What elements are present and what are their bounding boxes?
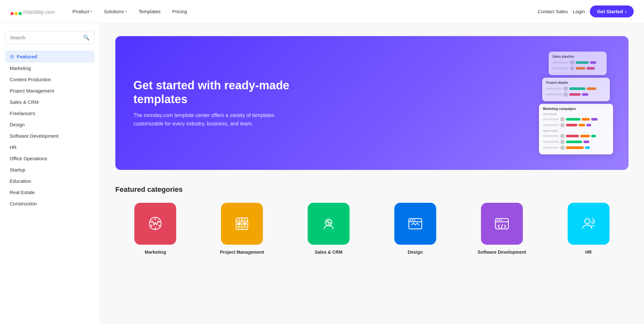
crm-label: Sales & CRM xyxy=(315,249,342,255)
svg-point-29 xyxy=(501,220,502,221)
main-content: Get started with ready-made templates Th… xyxy=(100,23,644,324)
hr-label: HR xyxy=(585,249,591,255)
hero-subtitle: The monday.com template center offers a … xyxy=(133,111,301,128)
project-label: Project Management xyxy=(220,249,264,255)
svg-point-31 xyxy=(592,221,594,224)
svg-rect-14 xyxy=(237,226,241,228)
marketing-icon xyxy=(145,213,166,234)
svg-point-30 xyxy=(585,219,590,224)
category-card-project[interactable]: Project Management xyxy=(202,203,282,255)
hero-text: Get started with ready-made templates Th… xyxy=(133,78,301,128)
search-icon: 🔍 xyxy=(83,34,90,41)
logo[interactable]: monday.com xyxy=(10,7,55,16)
sidebar-item-freelancers[interactable]: Freelancers xyxy=(5,108,94,119)
sidebar-item-construction[interactable]: Construction xyxy=(5,198,94,209)
sidebar-item-real-estate[interactable]: Real Estate xyxy=(5,187,94,198)
page-layout: 🔍 ☆ Featured Marketing Content Productio… xyxy=(0,23,644,324)
sidebar-item-marketing[interactable]: Marketing xyxy=(5,63,94,74)
login-link[interactable]: Login xyxy=(573,9,585,14)
hero-banner: Get started with ready-made templates Th… xyxy=(115,36,629,170)
search-box[interactable]: 🔍 xyxy=(5,31,94,44)
software-icon xyxy=(492,213,512,234)
sidebar-item-project-management[interactable]: Project Management xyxy=(5,85,94,96)
svg-point-17 xyxy=(244,219,245,220)
svg-point-19 xyxy=(328,221,330,223)
svg-point-7 xyxy=(150,225,152,227)
svg-rect-15 xyxy=(243,226,246,228)
project-icon xyxy=(232,213,252,234)
svg-point-1 xyxy=(14,12,18,15)
category-card-marketing[interactable]: Marketing xyxy=(115,203,196,255)
hr-icon-box xyxy=(568,203,610,245)
get-started-button[interactable]: Get Started › xyxy=(590,5,634,17)
svg-point-16 xyxy=(239,219,240,220)
search-input[interactable] xyxy=(10,35,83,40)
categories-grid: Marketing Pro xyxy=(115,203,629,255)
star-icon: ☆ xyxy=(10,54,14,60)
crm-icon-box xyxy=(308,203,350,245)
svg-point-3 xyxy=(154,218,156,220)
project-icon-box xyxy=(221,203,263,245)
svg-point-8 xyxy=(150,221,152,223)
arrow-right-icon: › xyxy=(625,9,627,14)
svg-point-2 xyxy=(19,12,22,15)
mock-card-1: Sales pipeline xyxy=(549,52,607,75)
chevron-down-icon: ▾ xyxy=(125,9,127,14)
sidebar: 🔍 ☆ Featured Marketing Content Productio… xyxy=(0,23,100,324)
svg-point-28 xyxy=(499,220,500,221)
svg-point-5 xyxy=(158,225,160,227)
sidebar-item-hr[interactable]: HR xyxy=(5,142,94,153)
svg-point-23 xyxy=(412,220,413,221)
sidebar-item-sales-crm[interactable]: Sales & CRM xyxy=(5,96,94,108)
featured-categories-title: Featured categories xyxy=(115,185,629,194)
software-label: Software Development xyxy=(477,249,526,255)
marketing-icon-box xyxy=(134,203,176,245)
sidebar-item-education[interactable]: Education xyxy=(5,175,94,187)
mock-card-3: Marketing campaigns This month Next mont… xyxy=(539,104,613,154)
sidebar-item-office-operations[interactable]: Office Operations xyxy=(5,153,94,164)
software-icon-box xyxy=(481,203,523,245)
logo-text: monday.com xyxy=(23,7,55,16)
category-card-hr[interactable]: HR xyxy=(548,203,629,255)
hero-mockup: Sales pipeline Project details Marketing… xyxy=(516,52,613,154)
category-card-crm[interactable]: Sales & CRM xyxy=(289,203,369,255)
svg-point-24 xyxy=(414,220,415,221)
category-card-design[interactable]: Design xyxy=(375,203,455,255)
nav-links: Product ▾ Solutions ▾ Templates Pricing xyxy=(68,6,538,17)
sidebar-item-design[interactable]: Design xyxy=(5,119,94,130)
nav-solutions[interactable]: Solutions ▾ xyxy=(99,6,131,17)
sidebar-item-startup[interactable]: Startup xyxy=(5,164,94,175)
nav-product[interactable]: Product ▾ xyxy=(68,6,97,17)
svg-rect-12 xyxy=(237,222,241,225)
sidebar-item-content-production[interactable]: Content Production xyxy=(5,74,94,85)
svg-point-22 xyxy=(410,220,411,221)
design-icon-box xyxy=(394,203,436,245)
marketing-label: Marketing xyxy=(145,249,166,255)
svg-point-0 xyxy=(10,12,14,15)
design-label: Design xyxy=(408,249,423,255)
mock-card-2: Project details xyxy=(542,78,610,101)
design-icon xyxy=(405,213,426,234)
svg-point-27 xyxy=(497,220,498,221)
nav-right: Contact Sales Login Get Started › xyxy=(538,5,634,17)
contact-sales-link[interactable]: Contact Sales xyxy=(538,9,568,14)
hero-title: Get started with ready-made templates xyxy=(133,78,301,106)
chevron-down-icon: ▾ xyxy=(90,9,92,14)
navbar: monday.com Product ▾ Solutions ▾ Templat… xyxy=(0,0,644,23)
nav-templates[interactable]: Templates xyxy=(134,6,165,17)
svg-point-6 xyxy=(154,227,156,229)
hr-icon xyxy=(578,213,599,234)
sidebar-item-featured[interactable]: ☆ Featured xyxy=(5,51,94,63)
svg-rect-13 xyxy=(243,222,246,225)
sidebar-item-software-development[interactable]: Software Development xyxy=(5,130,94,142)
nav-pricing[interactable]: Pricing xyxy=(168,6,192,17)
svg-point-4 xyxy=(158,221,160,223)
category-card-software[interactable]: Software Development xyxy=(462,203,542,255)
crm-icon xyxy=(318,213,339,234)
